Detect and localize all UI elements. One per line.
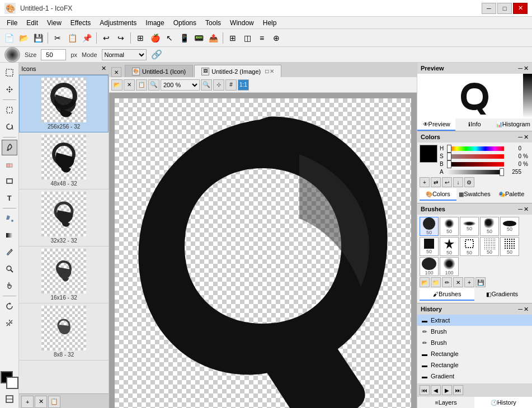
- brushes-close-icon[interactable]: ✕: [524, 206, 529, 213]
- tool-lasso[interactable]: [2, 119, 17, 135]
- menu-edit[interactable]: Edit: [22, 18, 43, 28]
- a-slider[interactable]: [447, 170, 504, 174]
- history-item-rect2[interactable]: ▬ Rectangle: [417, 359, 532, 371]
- apple-icon-button[interactable]: 🍎: [148, 31, 162, 45]
- zoom-out-button[interactable]: 🔍: [148, 79, 159, 91]
- color-tab-swatches[interactable]: ▦ Swatches: [456, 188, 493, 201]
- import-brush-button[interactable]: 📁: [431, 277, 441, 287]
- canvas-tab-1[interactable]: 🎨 Untitled-1 (Icon): [125, 65, 193, 77]
- history-first-button[interactable]: ⏮: [420, 385, 430, 395]
- flip-colors-button[interactable]: ⇄: [431, 177, 441, 187]
- canvas-tb-open[interactable]: 📂: [111, 79, 123, 91]
- color-tab-colors[interactable]: 🎨 Colors: [420, 188, 456, 201]
- canvas-tb-delete[interactable]: ✕: [124, 79, 135, 91]
- preview-tab-preview[interactable]: 👁 Preview: [417, 118, 455, 131]
- brush-item-11[interactable]: 100: [420, 257, 439, 276]
- minimize-button[interactable]: ─: [482, 3, 496, 14]
- tool-rotate[interactable]: [2, 298, 17, 314]
- stack-button[interactable]: ⊕: [270, 31, 283, 45]
- tab-close-button[interactable]: ✕: [270, 68, 274, 74]
- color-options-button[interactable]: ⚙: [464, 177, 474, 187]
- tool-brush[interactable]: [2, 140, 17, 155]
- history-item-brush2[interactable]: ✏ Brush: [417, 337, 532, 348]
- preview-close-icon[interactable]: ✕: [524, 65, 529, 72]
- preview-tab-histogram[interactable]: 📊 Histogram: [494, 118, 532, 131]
- brush-item-10[interactable]: 50: [500, 237, 519, 256]
- size-input[interactable]: [41, 49, 66, 60]
- history-item-extract[interactable]: ▬ Extract: [417, 315, 532, 326]
- close-button[interactable]: ✕: [513, 3, 528, 14]
- add-icon-button[interactable]: +: [21, 396, 34, 408]
- tool-eyedropper[interactable]: [2, 244, 17, 260]
- tablet-button[interactable]: 📟: [192, 31, 205, 45]
- tool-gradient[interactable]: [2, 227, 17, 243]
- fit-button[interactable]: ⊹: [213, 79, 224, 91]
- menu-window[interactable]: Window: [225, 18, 258, 28]
- new-brush-button[interactable]: 📂: [420, 277, 430, 287]
- tool-rect-select[interactable]: [2, 102, 17, 118]
- colors-close-icon[interactable]: ✕: [524, 134, 529, 141]
- layers-button[interactable]: ≡: [255, 31, 269, 45]
- save-button[interactable]: 💾: [31, 31, 45, 45]
- actual-size-button[interactable]: 1:1: [238, 79, 249, 91]
- cut-button[interactable]: ✂: [51, 31, 64, 45]
- new-color-button[interactable]: +: [420, 177, 430, 187]
- maximize-button[interactable]: □: [497, 3, 512, 14]
- grid-toggle-button[interactable]: #: [225, 79, 237, 91]
- link-icon[interactable]: 🔗: [151, 49, 162, 60]
- brush-item-5[interactable]: 50: [500, 217, 519, 236]
- brush-item-12[interactable]: 100: [440, 257, 459, 276]
- new-button[interactable]: 📄: [2, 31, 16, 45]
- redo-button[interactable]: ↪: [114, 31, 128, 45]
- brush-item-7[interactable]: 50: [440, 237, 459, 256]
- brush-tab-brushes[interactable]: 🖌 Brushes: [420, 288, 475, 301]
- tool-select-all[interactable]: [2, 65, 17, 80]
- paste-button[interactable]: 📌: [80, 31, 93, 45]
- history-item-brush1[interactable]: ✏ Brush: [417, 326, 532, 337]
- menu-help[interactable]: Help: [258, 18, 281, 28]
- tab-layers[interactable]: ≡ Layers: [417, 397, 475, 408]
- resize-button[interactable]: ◫: [241, 31, 254, 45]
- color-swatch-main[interactable]: [420, 145, 437, 163]
- brush-item-4[interactable]: 50: [480, 217, 499, 236]
- windows-icon-button[interactable]: ⊞: [134, 31, 147, 45]
- brushes-minimize-icon[interactable]: ─: [518, 206, 522, 213]
- color-tab-palette[interactable]: 🎭 Palette: [493, 188, 530, 201]
- history-last-button[interactable]: ⏭: [453, 385, 463, 395]
- brush-tab-gradients[interactable]: ◧ Gradients: [474, 288, 530, 301]
- tool-text[interactable]: T: [2, 190, 17, 206]
- icon-item-256[interactable]: 256x256 - 32: [19, 75, 109, 132]
- preview-tab-info[interactable]: ℹ Info: [455, 118, 493, 131]
- grid-button[interactable]: ⊞: [226, 31, 239, 45]
- brush-item-1[interactable]: 50: [420, 217, 439, 236]
- fg-bg-colors[interactable]: [1, 371, 18, 389]
- tab-maximize-button[interactable]: □: [265, 68, 269, 74]
- brush-item-9[interactable]: 50: [480, 237, 499, 256]
- icon-list-close[interactable]: ✕: [101, 65, 106, 72]
- save-brush-button[interactable]: 💾: [475, 277, 486, 287]
- history-close-icon[interactable]: ✕: [524, 306, 529, 313]
- export-button[interactable]: 📤: [206, 31, 220, 45]
- tool-fill[interactable]: [2, 211, 17, 226]
- history-minimize-icon[interactable]: ─: [518, 306, 522, 313]
- tool-zoom[interactable]: [2, 261, 17, 277]
- brush-item-3[interactable]: 50: [460, 217, 479, 236]
- background-color[interactable]: [6, 377, 18, 389]
- tool-hand[interactable]: [2, 278, 17, 293]
- menu-view[interactable]: View: [43, 18, 66, 28]
- brush-item-8[interactable]: 50: [460, 237, 479, 256]
- open-button[interactable]: 📂: [17, 31, 30, 45]
- canvas-tb-copy[interactable]: 📋: [136, 79, 147, 91]
- delete-brush-button[interactable]: ✕: [453, 277, 463, 287]
- tool-move[interactable]: [2, 82, 17, 97]
- brush-item-2[interactable]: 50: [440, 217, 459, 236]
- mode-select[interactable]: Normal Multiply Screen Overlay: [102, 49, 147, 60]
- s-slider[interactable]: [447, 154, 504, 159]
- canvas-content[interactable]: [109, 93, 417, 408]
- b-slider[interactable]: [447, 162, 504, 167]
- menu-image[interactable]: Image: [141, 18, 168, 28]
- zoom-in-button[interactable]: 🔍: [201, 79, 212, 91]
- undo-button[interactable]: ↩: [100, 31, 113, 45]
- icon-item-32[interactable]: 32x32 - 32: [19, 189, 109, 246]
- zoom-select[interactable]: 200 % 100 % 400 % 50 %: [161, 79, 200, 91]
